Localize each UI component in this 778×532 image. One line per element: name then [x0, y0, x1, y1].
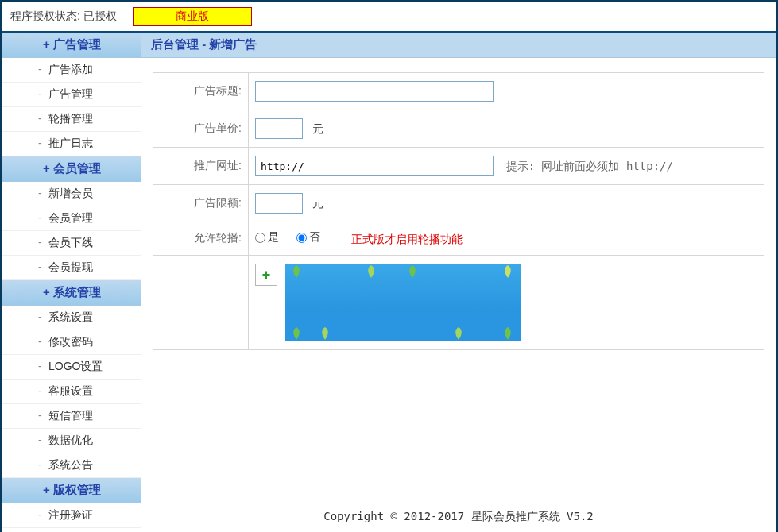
ad-price-unit: 元: [312, 122, 323, 135]
auth-status-value: 已授权: [83, 10, 117, 22]
sidebar-item-support-settings[interactable]: 客服设置: [2, 380, 141, 404]
sidebar-item-ad-manage[interactable]: 广告管理: [2, 83, 141, 107]
auth-status: 程序授权状态: 已授权: [10, 10, 117, 24]
label-allow-rotate: 允许轮播:: [153, 222, 249, 256]
leaf-icon: [500, 264, 516, 279]
radio-yes-label: 是: [268, 230, 279, 245]
radio-yes[interactable]: [255, 233, 265, 243]
sidebar-item-member-add[interactable]: 新增会员: [2, 182, 141, 206]
plus-icon: +: [262, 268, 271, 282]
nav-header-license[interactable]: + 版权管理: [2, 478, 141, 503]
sidebar-item-promo-log[interactable]: 推广日志: [2, 132, 141, 156]
promo-url-hint: 提示: 网址前面必须加 http://: [506, 160, 673, 172]
ad-limit-unit: 元: [312, 197, 323, 210]
nav-header-ads[interactable]: + 广告管理: [2, 33, 141, 58]
label-ad-price: 广告单价:: [153, 110, 249, 148]
radio-no-wrap[interactable]: 否: [296, 230, 320, 245]
rotate-tip: 正式版才启用轮播功能: [351, 233, 463, 245]
radio-no-label: 否: [309, 230, 320, 245]
sidebar-item-member-downline[interactable]: 会员下线: [2, 231, 141, 256]
nav-header-system[interactable]: + 系统管理: [2, 280, 141, 306]
label-upload: [153, 255, 249, 349]
ad-title-input[interactable]: [255, 81, 494, 102]
leaf-icon: [288, 326, 304, 341]
sidebar-item-sys-settings[interactable]: 系统设置: [2, 306, 141, 330]
upload-image-button[interactable]: +: [255, 264, 277, 286]
sidebar-item-register-verify[interactable]: 注册验证: [2, 503, 141, 528]
leaf-icon: [317, 326, 333, 341]
nav-header-members[interactable]: + 会员管理: [2, 156, 141, 182]
sidebar: + 广告管理 广告添加 广告管理 轮播管理 推广日志 + 会员管理 新增会员 会…: [2, 33, 141, 532]
leaf-icon: [451, 326, 466, 341]
radio-no[interactable]: [296, 233, 307, 243]
sidebar-item-sms-manage[interactable]: 短信管理: [2, 404, 141, 429]
footer-copyright: Copyright © 2012-2017 星际会员推广系统 V5.2: [141, 494, 776, 532]
leaf-icon: [404, 264, 420, 279]
sidebar-item-logo-settings[interactable]: LOGO设置: [2, 355, 141, 380]
banner-preview: [285, 264, 521, 341]
sidebar-item-change-password[interactable]: 修改密码: [2, 330, 141, 355]
sidebar-item-buy-license[interactable]: 购买授权: [2, 528, 141, 532]
sidebar-item-member-withdraw[interactable]: 会员提现: [2, 256, 141, 280]
page-title: 后台管理 - 新增广告: [141, 33, 776, 58]
label-promo-url: 推广网址:: [153, 148, 249, 185]
sidebar-item-member-manage[interactable]: 会员管理: [2, 206, 141, 231]
sidebar-item-ad-add[interactable]: 广告添加: [2, 58, 141, 83]
ad-price-input[interactable]: [255, 118, 303, 139]
sidebar-item-sys-notice[interactable]: 系统公告: [2, 453, 141, 478]
ad-form: 广告标题: 广告单价: 元 推广网址:: [153, 72, 764, 350]
leaf-icon: [288, 264, 304, 279]
sidebar-item-data-optimize[interactable]: 数据优化: [2, 429, 141, 453]
topbar: 程序授权状态: 已授权 商业版: [2, 2, 776, 33]
leaf-icon: [363, 264, 379, 279]
label-ad-limit: 广告限额:: [153, 185, 249, 222]
label-ad-title: 广告标题:: [153, 73, 249, 110]
leaf-icon: [500, 326, 516, 341]
sidebar-item-carousel-manage[interactable]: 轮播管理: [2, 107, 141, 132]
radio-yes-wrap[interactable]: 是: [255, 230, 279, 245]
edition-badge: 商业版: [133, 7, 252, 26]
auth-status-label: 程序授权状态:: [10, 10, 80, 22]
ad-limit-input[interactable]: [255, 193, 303, 214]
promo-url-input[interactable]: [255, 156, 494, 176]
